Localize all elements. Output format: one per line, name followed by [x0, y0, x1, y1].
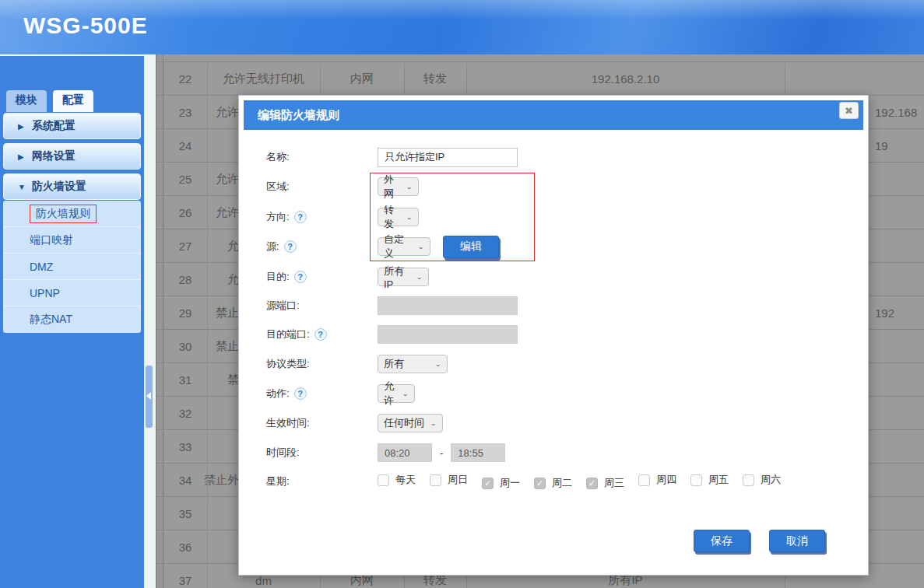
checkbox-checked-icon[interactable]: ✓ — [482, 478, 494, 489]
top-banner: WSG-500E — [0, 0, 924, 54]
field-name: 名称: — [266, 147, 852, 167]
week-option: ✓周二 — [534, 476, 572, 490]
effective-time-select[interactable]: 任何时间 ⌄ — [378, 414, 443, 432]
right-column-fragment: 19 — [875, 129, 924, 163]
week-option-label: 周一 — [500, 476, 520, 490]
sidebar-item-port-mapping[interactable]: 端口映射 — [3, 227, 141, 254]
help-icon[interactable]: ? — [294, 387, 307, 400]
row-number-cell: 24 — [163, 129, 207, 163]
arrow-down-icon: ▼ — [18, 183, 32, 191]
tab-modules[interactable]: 模块 — [6, 90, 47, 112]
time-separator: - — [440, 447, 443, 459]
chevron-down-icon: ⌄ — [418, 243, 424, 250]
help-icon[interactable]: ? — [294, 271, 307, 283]
checkbox-icon[interactable] — [690, 474, 702, 486]
sidebar-item-firewall-rules[interactable]: 防火墙规则 — [3, 201, 141, 227]
save-button[interactable]: 保存 — [694, 530, 750, 552]
sidebar-item-firewall-settings[interactable]: ▼ 防火墙设置 — [3, 173, 141, 200]
column-divider — [163, 565, 164, 588]
time-from-input — [378, 443, 432, 462]
rule-name-fragment: 允 — [180, 229, 239, 263]
chevron-down-icon: ⌄ — [416, 274, 423, 281]
column-divider — [207, 365, 208, 396]
field-source-port: 源端口: — [266, 296, 852, 316]
dialog-buttons: 保存 取消 — [694, 530, 825, 552]
week-option-label: 周四 — [656, 473, 676, 487]
week-option-label: 每天 — [395, 473, 416, 487]
column-divider — [207, 264, 208, 296]
help-icon[interactable]: ? — [314, 328, 327, 341]
collapse-left-icon — [146, 392, 151, 400]
sidebar-item-dmz[interactable]: DMZ — [3, 254, 141, 280]
column-divider — [163, 198, 164, 229]
source-port-label: 源端口: — [266, 299, 378, 313]
column-divider — [207, 231, 208, 262]
column-divider — [207, 298, 208, 329]
column-divider — [320, 64, 321, 95]
checkbox-checked-icon[interactable]: ✓ — [586, 478, 598, 489]
field-source: 源: ? 自定义 ⌄ 编辑 — [266, 236, 852, 257]
checkbox-icon[interactable] — [378, 474, 389, 486]
action-select[interactable]: 允许 ⌄ — [378, 384, 415, 403]
help-icon[interactable]: ? — [294, 211, 307, 223]
close-icon[interactable]: ✖ — [839, 102, 859, 119]
sidebar-collapse-handle[interactable] — [146, 366, 153, 428]
help-icon[interactable]: ? — [284, 240, 297, 253]
field-destination: 目的: ? 所有IP ⌄ — [266, 267, 852, 287]
field-zone: 区域: 外网 ⌄ — [266, 177, 852, 197]
rule-name-fragment: 允 — [180, 263, 239, 296]
rule-name-fragment: 禁止 — [180, 296, 239, 330]
week-option: 每天 — [378, 473, 416, 487]
week-option-label: 周五 — [708, 473, 729, 487]
sidebar-item-system-config[interactable]: ▶ 系统配置 — [3, 113, 141, 139]
firewall-submenu: 防火墙规则 端口映射 DMZ UPNP 静态NAT — [3, 201, 141, 333]
chevron-down-icon: ⌄ — [435, 361, 441, 368]
column-divider — [785, 64, 785, 95]
protocol-label: 协议类型: — [266, 357, 378, 371]
column-divider — [163, 64, 164, 95]
protocol-select[interactable]: 所有 ⌄ — [378, 355, 448, 373]
week-option: 周五 — [690, 473, 729, 487]
week-option: ✓周三 — [586, 476, 624, 490]
checkbox-checked-icon[interactable]: ✓ — [534, 478, 546, 489]
source-select[interactable]: 自定义 ⌄ — [378, 237, 430, 256]
column-divider — [207, 565, 208, 588]
column-divider — [207, 432, 208, 463]
field-dest-port: 目的端口: ? — [266, 324, 852, 345]
sidebar-item-label: 网络设置 — [32, 149, 76, 163]
column-divider — [163, 532, 164, 563]
field-action: 动作: ? 允许 ⌄ — [266, 383, 852, 404]
checkbox-icon[interactable] — [638, 474, 650, 486]
effective-time-label: 生效时间: — [266, 416, 378, 430]
column-divider — [207, 131, 208, 162]
chevron-down-icon: ⌄ — [406, 214, 413, 221]
sidebar-item-upnp[interactable]: UPNP — [3, 280, 141, 306]
direction-select[interactable]: 转发 ⌄ — [378, 208, 419, 226]
tab-config[interactable]: 配置 — [53, 90, 93, 112]
table-row[interactable]: 22允许无线打印机内网转发192.168.2.10 — [156, 61, 924, 95]
sidebar-item-static-nat[interactable]: 静态NAT — [3, 306, 141, 333]
week-option-label: 周日 — [448, 473, 468, 487]
column-divider — [466, 64, 467, 95]
row-number-cell: 33 — [163, 430, 207, 464]
edit-source-button[interactable]: 编辑 — [443, 236, 499, 258]
destination-select[interactable]: 所有IP ⌄ — [378, 268, 429, 286]
name-input[interactable] — [378, 148, 518, 167]
column-divider — [207, 499, 208, 530]
action-label: 动作: ? — [266, 387, 378, 401]
destination-label: 目的: ? — [266, 270, 378, 284]
checkbox-icon[interactable] — [430, 474, 441, 486]
column-divider — [163, 499, 164, 530]
sidebar-item-network-settings[interactable]: ▶ 网络设置 — [3, 143, 141, 170]
source-ip-cell: 192.168.2.10 — [466, 62, 785, 96]
column-divider — [207, 398, 208, 429]
chevron-down-icon: ⌄ — [402, 390, 409, 397]
cancel-button[interactable]: 取消 — [769, 530, 825, 552]
checkbox-icon[interactable] — [743, 474, 754, 486]
column-divider — [207, 532, 208, 563]
column-divider — [207, 64, 208, 95]
zone-select[interactable]: 外网 ⌄ — [378, 177, 419, 196]
column-divider — [163, 231, 164, 262]
right-column-fragment: 192 — [875, 296, 924, 330]
column-divider — [163, 398, 164, 429]
